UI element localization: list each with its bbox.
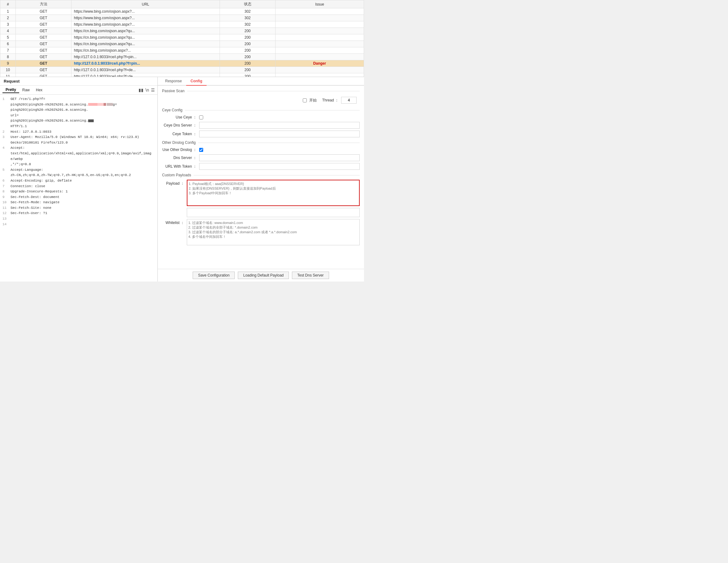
use-other-dnslog-checkbox[interactable] — [199, 148, 203, 152]
line-number: 3 — [2, 135, 9, 140]
line-content: Gecko/20100101 Firefox/123.0 — [11, 140, 68, 146]
dnslog-dns-input[interactable] — [199, 154, 360, 161]
ceye-dns-row: Ceye Dns Server ： — [162, 122, 360, 129]
line-number — [2, 102, 9, 108]
request-line: 9Sec-Fetch-Dest: document — [2, 195, 155, 200]
request-content: 1GET /rce/i.php?f=ping%203|ping%20-n%202… — [0, 95, 157, 281]
request-line: 1GET /rce/i.php?f= — [2, 97, 155, 102]
use-ceye-checkbox[interactable] — [199, 115, 203, 119]
custom-payloads-section: Custom Payloads Payload ： Whitelist ： — [162, 173, 360, 245]
row-url: https://www.bing.com/osjson.aspx?... — [71, 15, 220, 21]
use-ceye-row: Use Ceye ： — [162, 115, 360, 120]
row-issue — [276, 54, 364, 60]
line-content: User-Agent: Mozilla/5.0 (Windows NT 10.0… — [11, 135, 139, 140]
line-content: Sec-Fetch-Mode: navigate — [11, 200, 59, 205]
row-method: GET — [16, 73, 71, 77]
line-content: url= — [11, 113, 19, 118]
ceye-dns-input[interactable] — [199, 122, 360, 129]
whitelist-textarea[interactable] — [187, 219, 360, 245]
table-row[interactable]: 1GEThttps://www.bing.com/osjson.aspx?...… — [0, 8, 364, 15]
line-number: 1 — [2, 97, 9, 102]
tab-raw[interactable]: Raw — [19, 87, 33, 93]
passive-scan-checkbox[interactable] — [303, 98, 307, 102]
use-other-dnslog-row: Use Other Dnslog ： — [162, 147, 360, 153]
tab-hex[interactable]: Hex — [33, 87, 45, 93]
request-line: 3User-Agent: Mozilla/5.0 (Windows NT 10.… — [2, 135, 155, 140]
table-row[interactable]: 4GEThttps://cn.bing.com/osjson.aspx?qu..… — [0, 28, 364, 34]
ceye-token-input[interactable] — [199, 131, 360, 137]
table-row[interactable]: 9GEThttp://127.0.0.1:8033/rce/i.php?f=pi… — [0, 60, 364, 67]
line-content: GET /rce/i.php?f= — [11, 97, 45, 102]
table-row[interactable]: 10GEThttp://127.0.0.1:8033/rce/i.php?f=d… — [0, 67, 364, 73]
row-issue — [276, 67, 364, 73]
ceye-config-title: Ceye Config — [162, 108, 360, 112]
ceye-token-label: Ceye Token ： — [162, 131, 199, 137]
row-status: 200 — [220, 28, 276, 34]
table-row[interactable]: 7GEThttps://cn.bing.com/osjson.aspx?...2… — [0, 47, 364, 54]
tab-response[interactable]: Response — [161, 77, 186, 85]
test-dns-server-button[interactable]: Test Dns Server — [292, 272, 329, 279]
copy-icon[interactable]: ▮▮ — [139, 88, 143, 92]
menu-icon[interactable]: ☰ — [151, 88, 155, 92]
use-ceye-label: Use Ceye ： — [162, 115, 199, 120]
line-content: Sec-Fetch-User: ?1 — [11, 211, 47, 216]
line-content: Upgrade-Insecure-Requests: 1 — [11, 189, 68, 195]
col-header-issue: Issue — [276, 0, 364, 8]
line-number: 8 — [2, 189, 9, 195]
row-method: GET — [16, 28, 71, 34]
custom-payloads-title: Custom Payloads — [162, 173, 360, 177]
save-config-button[interactable]: Save Configuration — [193, 272, 235, 279]
row-url: https://cn.bing.com/osjson.aspx?... — [71, 47, 220, 54]
config-bottom-buttons: Save Configuration Loading Default Paylo… — [158, 269, 364, 281]
extra-textarea[interactable] — [187, 208, 360, 217]
line-number — [2, 118, 9, 124]
table-row[interactable]: 8GEThttp://127.0.0.1:8033/rce/i.php?f=pi… — [0, 54, 364, 60]
line-content: Sec-Fetch-Dest: document — [11, 195, 59, 200]
request-line: 4Accept: — [2, 145, 155, 151]
tab-config[interactable]: Config — [186, 77, 207, 86]
payload-textarea[interactable] — [187, 180, 360, 206]
table-row[interactable]: 3GEThttps://www.bing.com/osjson.aspx?...… — [0, 21, 364, 28]
load-default-payload-button[interactable]: Loading Default Payload — [238, 272, 289, 279]
url-token-input[interactable] — [199, 163, 360, 170]
line-content: HTTP/1.1 — [11, 124, 27, 129]
table-row[interactable]: 5GEThttps://cn.bing.com/osjson.aspx?qu..… — [0, 34, 364, 41]
request-line: ping%203|ping%20-n%202%201.m.scanning. — [2, 118, 155, 124]
row-num: 8 — [0, 54, 16, 60]
row-url: https://cn.bing.com/osjson.aspx?qu... — [71, 28, 220, 34]
col-header-method: 方法 — [16, 0, 71, 8]
row-issue — [276, 47, 364, 54]
row-num: 6 — [0, 41, 16, 47]
table-row[interactable]: 6GEThttps://cn.bing.com/osjson.aspx?qu..… — [0, 41, 364, 47]
line-number: 10 — [2, 200, 9, 205]
row-status: 200 — [220, 47, 276, 54]
line-content: Connection: close — [11, 184, 45, 189]
line-number: 7 — [2, 184, 9, 189]
wrap-icon[interactable]: \n — [145, 88, 149, 92]
thread-input[interactable] — [341, 97, 357, 104]
request-line: 6Accept-Encoding: gzip, deflate — [2, 178, 155, 184]
row-status: 302 — [220, 8, 276, 15]
thread-label: Thread ： — [322, 98, 339, 103]
line-number: 4 — [2, 145, 9, 151]
line-content: ping%203|ping%20-n%202%201.m.scanning. — [11, 118, 94, 124]
passive-scan-title: Passive Scan — [162, 89, 360, 93]
payload-label: Payload ： — [162, 180, 187, 186]
table-row[interactable]: 2GEThttps://www.bing.com/osjson.aspx?...… — [0, 15, 364, 21]
request-line: ping%203|ping%20-n%202%201.m.scanning.g= — [2, 102, 155, 108]
row-issue — [276, 28, 364, 34]
line-number: 13 — [2, 216, 9, 222]
row-url: http://127.0.0.1:8033/rce/i.php?f=pin... — [71, 60, 220, 67]
col-header-status: 状态 — [220, 0, 276, 8]
table-row[interactable]: 11GEThttp://127.0.0.1:8033/rce/i.php?f=d… — [0, 73, 364, 77]
line-number: 2 — [2, 129, 9, 135]
tab-icons: ▮▮ \n ☰ — [139, 88, 155, 92]
line-number — [2, 140, 9, 146]
row-url: https://www.bing.com/osjson.aspx?... — [71, 21, 220, 28]
row-url: http://127.0.0.1:8033/rce/i.php?f=pin... — [71, 54, 220, 60]
dnslog-dns-label: Dns Server ： — [162, 155, 199, 161]
request-line: ,*/*;q=0.8 — [2, 162, 155, 167]
tab-pretty[interactable]: Pretty — [2, 87, 19, 93]
row-method: GET — [16, 67, 71, 73]
row-issue — [276, 73, 364, 77]
